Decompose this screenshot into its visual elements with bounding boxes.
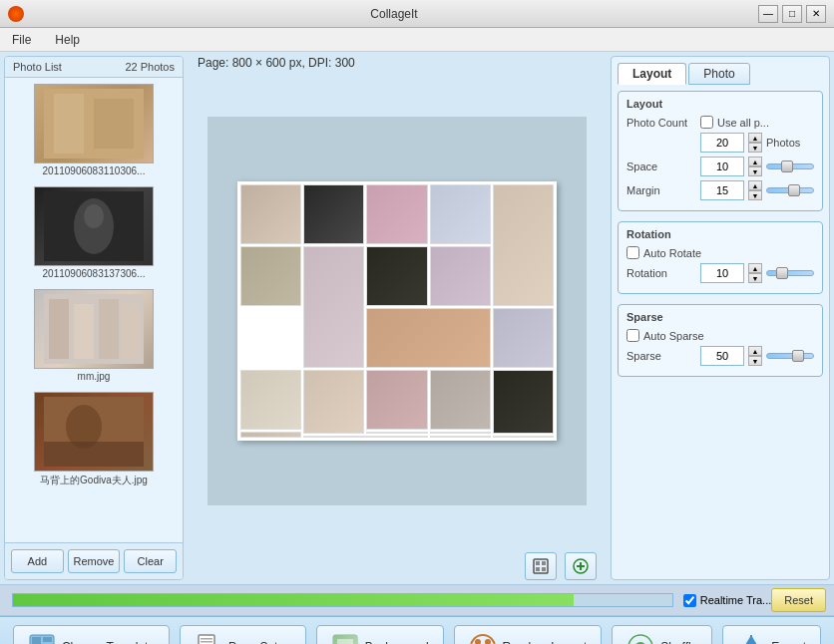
spin-down[interactable]: ▼ [748, 356, 762, 366]
realtime-label: Realtime Tra... [700, 594, 772, 606]
clear-photos-button[interactable]: Clear [124, 549, 177, 573]
photo-count-input[interactable] [700, 133, 744, 153]
app-icon [8, 6, 24, 22]
close-button[interactable]: ✕ [806, 5, 826, 23]
margin-row: Margin ▲ ▼ [626, 180, 814, 200]
svg-rect-15 [536, 561, 540, 565]
photo-list-panel: Photo List 22 Photos 20110906083110306..… [4, 56, 184, 580]
sparse-section-title: Sparse [626, 311, 814, 323]
svg-rect-35 [337, 639, 353, 645]
rotation-slider[interactable] [766, 270, 814, 276]
minimize-button[interactable]: — [758, 5, 778, 23]
spin-down[interactable]: ▼ [748, 190, 762, 200]
tab-row: Layout Photo [618, 63, 823, 85]
photo-list-header: Photo List 22 Photos [5, 57, 183, 78]
page-setup-icon [195, 633, 222, 645]
rotation-label: Rotation [626, 267, 696, 279]
space-slider[interactable] [766, 163, 814, 169]
photo-count-spinner: ▲ ▼ [748, 133, 762, 153]
title-bar: CollageIt — □ ✕ [0, 0, 834, 28]
photo-thumbnail [34, 186, 154, 266]
progress-bar [12, 593, 673, 607]
svg-rect-1 [54, 94, 84, 154]
margin-spinner: ▲ ▼ [748, 180, 762, 200]
export-button[interactable]: Export [722, 625, 821, 645]
photo-count-input-row: ▲ ▼ Photos [626, 133, 814, 153]
menu-file[interactable]: File [6, 31, 37, 49]
spin-down[interactable]: ▼ [748, 273, 762, 283]
list-item[interactable]: 20110906083137306... [9, 184, 179, 281]
sparse-input[interactable] [700, 346, 744, 366]
photo-filename: 马背上的Godiva夫人.jpg [40, 474, 148, 487]
canvas-toolbar [525, 552, 607, 580]
list-item[interactable]: mm.jpg [9, 287, 179, 384]
auto-rotate-label: Auto Rotate [643, 247, 701, 259]
svg-rect-13 [44, 442, 144, 467]
space-row: Space ▲ ▼ [626, 157, 814, 176]
photo-list-actions: Add Remove Clear [5, 542, 183, 579]
canvas-container [188, 76, 607, 546]
menu-help[interactable]: Help [49, 31, 86, 49]
realtime-checkbox[interactable] [683, 594, 696, 607]
svg-rect-8 [74, 304, 94, 359]
maximize-button[interactable]: □ [782, 5, 802, 23]
right-panel: Layout Photo Layout Photo Count Use all … [611, 56, 830, 580]
svg-rect-30 [201, 641, 212, 643]
spin-up[interactable]: ▲ [748, 133, 762, 143]
background-button[interactable]: Background [316, 625, 444, 645]
margin-slider[interactable] [766, 187, 814, 193]
add-canvas-button[interactable] [565, 552, 597, 580]
list-item[interactable]: 20110906083110306... [9, 82, 179, 178]
spin-down[interactable]: ▼ [748, 143, 762, 153]
svg-rect-2 [94, 99, 134, 149]
margin-input[interactable] [700, 180, 744, 200]
add-photo-button[interactable]: Add [11, 549, 64, 573]
rotation-input[interactable] [700, 263, 744, 283]
sparse-section: Sparse Auto Sparse Sparse ▲ ▼ [618, 304, 823, 377]
spin-down[interactable]: ▼ [748, 166, 762, 176]
reset-button[interactable]: Reset [771, 588, 826, 612]
svg-rect-23 [32, 637, 41, 645]
sparse-slider[interactable] [766, 353, 814, 359]
auto-rotate-checkbox[interactable] [626, 246, 639, 259]
bottom-bar: Choose Template Page Setup [0, 616, 834, 644]
spin-up[interactable]: ▲ [748, 263, 762, 273]
use-all-label: Use all p... [717, 117, 769, 129]
auto-sparse-row: Auto Sparse [626, 329, 814, 342]
choose-template-icon [28, 633, 56, 645]
choose-template-button[interactable]: Choose Template [13, 625, 170, 645]
svg-rect-18 [542, 567, 546, 571]
shuffle-label: Shuffle [660, 640, 697, 645]
random-layout-icon [469, 633, 497, 645]
use-all-checkbox[interactable] [700, 116, 713, 129]
photo-thumbnail [34, 392, 154, 472]
svg-rect-7 [49, 299, 69, 359]
space-input[interactable] [700, 157, 744, 176]
fit-view-button[interactable] [525, 552, 557, 580]
svg-point-36 [471, 635, 495, 645]
spin-up[interactable]: ▲ [748, 180, 762, 190]
page-info: Page: 800 × 600 px, DPI: 300 [188, 56, 355, 70]
list-item[interactable]: 马背上的Godiva夫人.jpg [9, 390, 179, 489]
canvas-background [208, 117, 587, 505]
space-label: Space [626, 161, 696, 172]
svg-point-5 [84, 204, 104, 228]
rotation-row: Rotation ▲ ▼ [626, 263, 814, 283]
spin-up[interactable]: ▲ [748, 346, 762, 356]
auto-sparse-checkbox[interactable] [626, 329, 639, 342]
tab-photo[interactable]: Photo [688, 63, 749, 85]
tab-layout[interactable]: Layout [618, 63, 686, 85]
spin-up[interactable]: ▲ [748, 157, 762, 166]
photo-count-label: Photo Count [626, 117, 696, 129]
svg-rect-9 [99, 299, 119, 359]
space-spinner: ▲ ▼ [748, 157, 762, 176]
svg-rect-28 [199, 635, 214, 645]
shuffle-icon [626, 633, 654, 645]
collage-canvas[interactable] [237, 181, 557, 441]
random-layout-button[interactable]: Random Layout [454, 625, 603, 645]
remove-photo-button[interactable]: Remove [68, 549, 121, 573]
photo-list-content[interactable]: 20110906083110306... 20110906083137306..… [5, 78, 183, 542]
shuffle-button[interactable]: Shuffle [612, 625, 712, 645]
page-setup-button[interactable]: Page Setup [180, 625, 306, 645]
window-controls: — □ ✕ [758, 5, 826, 23]
